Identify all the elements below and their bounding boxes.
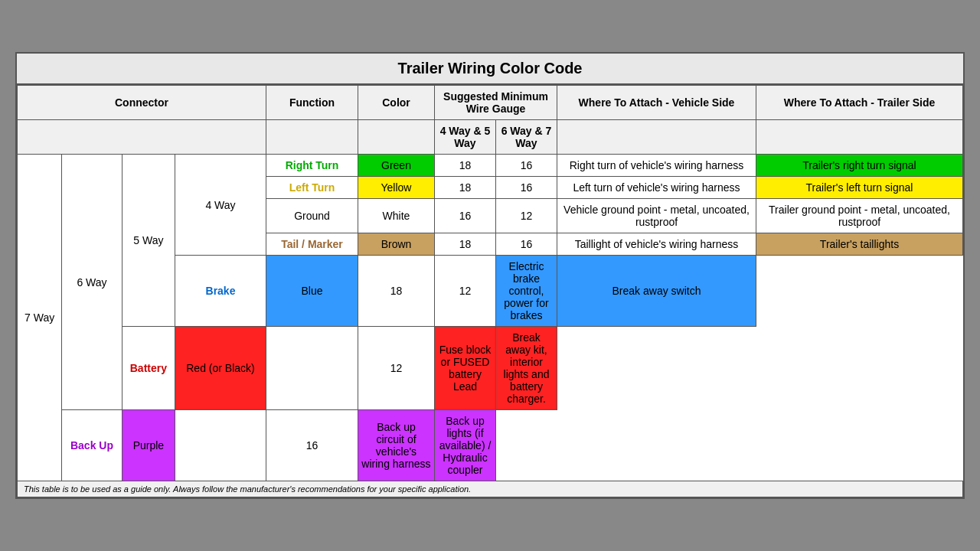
color-cell: Green (358, 155, 435, 177)
vehicle-cell: Electric brake control, power for brakes (496, 256, 557, 327)
function-header: Function (266, 86, 358, 120)
function-cell: Battery (122, 327, 175, 410)
gauge-6way-cell: 16 (496, 155, 557, 177)
trailer-cell: Trailer ground point - metal, uncoated, … (756, 199, 963, 233)
color-cell: White (358, 199, 435, 233)
color-header: Color (358, 86, 435, 120)
table-row: 7 Way6 Way5 Way4 WayRight TurnGreen1816R… (18, 155, 963, 177)
trailer-cell: Trailer's left turn signal (756, 177, 963, 199)
color-cell: Brown (358, 233, 435, 256)
gauge-4way-cell: 18 (435, 155, 496, 177)
table-title: Trailer Wiring Color Code (17, 54, 963, 85)
gauge-6way-header: 6 Way & 7 Way (496, 120, 557, 155)
gauge-4way-cell (175, 410, 266, 481)
function-cell: Left Turn (266, 177, 358, 199)
function-cell: Ground (266, 199, 358, 233)
footer-text: This table is to be used as a guide only… (18, 481, 963, 497)
function-cell: Brake (175, 256, 266, 327)
footer-row: This table is to be used as a guide only… (18, 481, 963, 497)
vehicle-cell: Back up circuit of vehicle's wiring harn… (358, 410, 435, 481)
gauge-4way-cell: 18 (358, 256, 435, 327)
function-header-2 (266, 120, 358, 155)
gauge-4way-header: 4 Way & 5 Way (435, 120, 496, 155)
vehicle-cell: Fuse block or FUSED battery Lead (435, 327, 496, 410)
trailer-cell: Back up lights (if available) / Hydrauli… (435, 410, 496, 481)
gauge-6way-cell: 16 (496, 177, 557, 199)
table-row: Back UpPurple16Back up circuit of vehicl… (18, 410, 963, 481)
trailer-cell: Break away kit, interior lights and batt… (496, 327, 557, 410)
gauge-6way-cell: 12 (496, 199, 557, 233)
vehicle-header: Where To Attach - Vehicle Side (557, 86, 756, 120)
gauge-6way-cell: 12 (435, 256, 496, 327)
function-cell: Tail / Marker (266, 233, 358, 256)
vehicle-cell: Taillight of vehicle's wiring harness (557, 233, 756, 256)
vehicle-cell: Right turn of vehicle's wiring harness (557, 155, 756, 177)
connector-7way: 7 Way (18, 155, 62, 481)
vehicle-header-2 (557, 120, 756, 155)
vehicle-cell: Vehicle ground point - metal, uncoated, … (557, 199, 756, 233)
wiring-table: Connector Function Color Suggested Minim… (17, 85, 963, 497)
trailer-cell: Trailer's right turn signal (756, 155, 963, 177)
connector-header: Connector (18, 86, 266, 120)
gauge-6way-cell: 16 (266, 410, 358, 481)
vehicle-cell: Left turn of vehicle's wiring harness (557, 177, 756, 199)
connector-header-2 (18, 120, 266, 155)
color-cell: Purple (122, 410, 175, 481)
gauge-4way-cell: 18 (435, 233, 496, 256)
color-header-2 (358, 120, 435, 155)
color-cell: Blue (266, 256, 358, 327)
connector-4way: 4 Way (175, 155, 266, 256)
color-cell: Yellow (358, 177, 435, 199)
function-cell: Right Turn (266, 155, 358, 177)
gauge-4way-cell: 18 (435, 177, 496, 199)
table-row: BatteryRed (or Black)12Fuse block or FUS… (18, 327, 963, 410)
wiring-table-container: Trailer Wiring Color Code Connector Func… (15, 52, 965, 499)
gauge-6way-cell: 12 (358, 327, 435, 410)
gauge-4way-cell: 16 (435, 199, 496, 233)
suggested-header: Suggested Minimum Wire Gauge (435, 86, 557, 120)
connector-5way: 5 Way (122, 155, 175, 327)
gauge-4way-cell (266, 327, 358, 410)
function-cell: Back Up (62, 410, 122, 481)
trailer-cell: Trailer's taillights (756, 233, 963, 256)
trailer-header-2 (756, 120, 963, 155)
gauge-6way-cell: 16 (496, 233, 557, 256)
trailer-cell: Break away switch (557, 256, 756, 327)
trailer-header: Where To Attach - Trailer Side (756, 86, 963, 120)
color-cell: Red (or Black) (175, 327, 266, 410)
connector-6way: 6 Way (62, 155, 122, 410)
